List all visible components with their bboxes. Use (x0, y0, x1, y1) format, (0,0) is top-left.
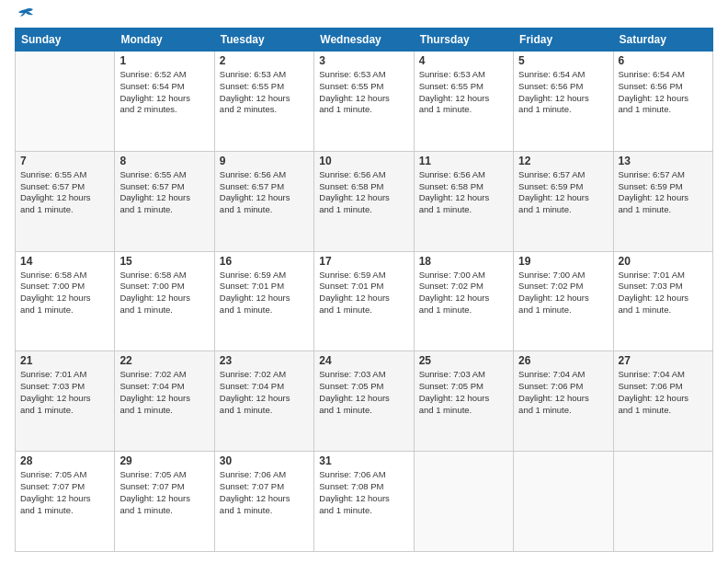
day-number: 4 (419, 54, 508, 67)
day-number: 30 (220, 454, 309, 467)
calendar-week-row: 7Sunrise: 6:55 AM Sunset: 6:57 PM Daylig… (16, 151, 713, 251)
calendar-cell: 2Sunrise: 6:53 AM Sunset: 6:55 PM Daylig… (214, 52, 313, 152)
calendar-cell: 19Sunrise: 7:00 AM Sunset: 7:02 PM Dayli… (514, 251, 613, 351)
calendar-cell: 5Sunrise: 6:54 AM Sunset: 6:56 PM Daylig… (514, 52, 613, 152)
calendar-cell: 6Sunrise: 6:54 AM Sunset: 6:56 PM Daylig… (613, 52, 712, 152)
day-number: 10 (319, 155, 408, 167)
header (15, 11, 713, 20)
calendar-cell: 21Sunrise: 7:01 AM Sunset: 7:03 PM Dayli… (16, 351, 115, 452)
day-info: Sunrise: 6:56 AM Sunset: 6:58 PM Dayligh… (419, 169, 508, 216)
day-number: 11 (419, 155, 508, 167)
day-number: 31 (319, 454, 408, 467)
day-info: Sunrise: 6:55 AM Sunset: 6:57 PM Dayligh… (20, 169, 109, 216)
calendar-cell: 13Sunrise: 6:57 AM Sunset: 6:59 PM Dayli… (613, 151, 712, 251)
day-number: 19 (518, 255, 608, 268)
calendar-cell: 30Sunrise: 7:06 AM Sunset: 7:07 PM Dayli… (214, 452, 313, 552)
day-number: 16 (220, 255, 309, 268)
calendar-week-row: 1Sunrise: 6:52 AM Sunset: 6:54 PM Daylig… (16, 52, 713, 152)
calendar-cell (514, 452, 613, 552)
day-number: 1 (119, 54, 209, 67)
day-info: Sunrise: 6:59 AM Sunset: 7:01 PM Dayligh… (319, 270, 408, 316)
day-info: Sunrise: 7:04 AM Sunset: 7:06 PM Dayligh… (619, 369, 708, 416)
day-info: Sunrise: 7:00 AM Sunset: 7:02 PM Dayligh… (518, 270, 608, 316)
calendar-cell: 1Sunrise: 6:52 AM Sunset: 6:54 PM Daylig… (115, 52, 214, 152)
day-number: 20 (619, 255, 708, 268)
day-info: Sunrise: 6:59 AM Sunset: 7:01 PM Dayligh… (220, 270, 309, 316)
day-info: Sunrise: 7:03 AM Sunset: 7:05 PM Dayligh… (419, 369, 508, 416)
calendar-cell (613, 452, 712, 552)
day-info: Sunrise: 7:02 AM Sunset: 7:04 PM Dayligh… (220, 369, 309, 416)
day-info: Sunrise: 6:53 AM Sunset: 6:55 PM Dayligh… (319, 69, 408, 116)
calendar-cell: 18Sunrise: 7:00 AM Sunset: 7:02 PM Dayli… (414, 251, 513, 351)
calendar-cell: 16Sunrise: 6:59 AM Sunset: 7:01 PM Dayli… (214, 251, 313, 351)
weekday-header-monday: Monday (115, 29, 214, 52)
weekday-header-row: SundayMondayTuesdayWednesdayThursdayFrid… (16, 29, 713, 52)
calendar-cell: 29Sunrise: 7:05 AM Sunset: 7:07 PM Dayli… (115, 452, 214, 552)
day-number: 18 (419, 255, 508, 268)
day-number: 14 (20, 255, 109, 268)
calendar-cell: 27Sunrise: 7:04 AM Sunset: 7:06 PM Dayli… (613, 351, 712, 452)
day-info: Sunrise: 7:05 AM Sunset: 7:07 PM Dayligh… (119, 469, 209, 516)
calendar-cell (16, 52, 115, 152)
day-info: Sunrise: 6:57 AM Sunset: 6:59 PM Dayligh… (619, 169, 708, 216)
calendar-page: SundayMondayTuesdayWednesdayThursdayFrid… (0, 0, 728, 563)
day-info: Sunrise: 6:53 AM Sunset: 6:55 PM Dayligh… (220, 69, 309, 116)
calendar-cell: 12Sunrise: 6:57 AM Sunset: 6:59 PM Dayli… (514, 151, 613, 251)
day-number: 15 (119, 255, 209, 268)
calendar-cell: 15Sunrise: 6:58 AM Sunset: 7:00 PM Dayli… (115, 251, 214, 351)
day-number: 7 (20, 155, 109, 167)
logo-bird-icon (17, 7, 35, 22)
day-number: 13 (619, 155, 708, 167)
calendar-cell: 24Sunrise: 7:03 AM Sunset: 7:05 PM Dayli… (314, 351, 414, 452)
day-info: Sunrise: 7:05 AM Sunset: 7:07 PM Dayligh… (20, 469, 109, 516)
calendar-cell: 14Sunrise: 6:58 AM Sunset: 7:00 PM Dayli… (16, 251, 115, 351)
day-info: Sunrise: 6:52 AM Sunset: 6:54 PM Dayligh… (119, 69, 209, 116)
calendar-cell: 11Sunrise: 6:56 AM Sunset: 6:58 PM Dayli… (414, 151, 513, 251)
calendar-week-row: 21Sunrise: 7:01 AM Sunset: 7:03 PM Dayli… (16, 351, 713, 452)
day-number: 9 (220, 155, 309, 167)
day-number: 12 (518, 155, 608, 167)
day-number: 3 (319, 54, 408, 67)
weekday-header-wednesday: Wednesday (314, 29, 414, 52)
day-number: 22 (119, 354, 209, 367)
day-number: 26 (518, 354, 608, 367)
day-info: Sunrise: 7:00 AM Sunset: 7:02 PM Dayligh… (419, 270, 508, 316)
calendar-cell: 22Sunrise: 7:02 AM Sunset: 7:04 PM Dayli… (115, 351, 214, 452)
day-info: Sunrise: 7:01 AM Sunset: 7:03 PM Dayligh… (20, 369, 109, 416)
calendar-week-row: 14Sunrise: 6:58 AM Sunset: 7:00 PM Dayli… (16, 251, 713, 351)
calendar-cell (414, 452, 513, 552)
calendar-week-row: 28Sunrise: 7:05 AM Sunset: 7:07 PM Dayli… (16, 452, 713, 552)
day-number: 8 (119, 155, 209, 167)
weekday-header-saturday: Saturday (613, 29, 712, 52)
day-info: Sunrise: 6:58 AM Sunset: 7:00 PM Dayligh… (119, 270, 209, 316)
calendar-cell: 17Sunrise: 6:59 AM Sunset: 7:01 PM Dayli… (314, 251, 414, 351)
weekday-header-tuesday: Tuesday (214, 29, 313, 52)
day-info: Sunrise: 6:53 AM Sunset: 6:55 PM Dayligh… (419, 69, 508, 116)
calendar-cell: 9Sunrise: 6:56 AM Sunset: 6:57 PM Daylig… (214, 151, 313, 251)
weekday-header-thursday: Thursday (414, 29, 513, 52)
day-info: Sunrise: 6:54 AM Sunset: 6:56 PM Dayligh… (619, 69, 708, 116)
day-info: Sunrise: 7:06 AM Sunset: 7:08 PM Dayligh… (319, 469, 408, 516)
calendar-cell: 31Sunrise: 7:06 AM Sunset: 7:08 PM Dayli… (314, 452, 414, 552)
calendar-cell: 4Sunrise: 6:53 AM Sunset: 6:55 PM Daylig… (414, 52, 513, 152)
day-number: 21 (20, 354, 109, 367)
day-number: 27 (619, 354, 708, 367)
day-number: 23 (220, 354, 309, 367)
day-number: 24 (319, 354, 408, 367)
day-info: Sunrise: 7:04 AM Sunset: 7:06 PM Dayligh… (518, 369, 608, 416)
day-info: Sunrise: 6:54 AM Sunset: 6:56 PM Dayligh… (518, 69, 608, 116)
calendar-cell: 23Sunrise: 7:02 AM Sunset: 7:04 PM Dayli… (214, 351, 313, 452)
logo (15, 11, 35, 20)
calendar-cell: 28Sunrise: 7:05 AM Sunset: 7:07 PM Dayli… (16, 452, 115, 552)
day-number: 17 (319, 255, 408, 268)
day-number: 28 (20, 454, 109, 467)
weekday-header-friday: Friday (514, 29, 613, 52)
calendar-cell: 7Sunrise: 6:55 AM Sunset: 6:57 PM Daylig… (16, 151, 115, 251)
weekday-header-sunday: Sunday (16, 29, 115, 52)
day-info: Sunrise: 6:56 AM Sunset: 6:57 PM Dayligh… (220, 169, 309, 216)
day-number: 2 (220, 54, 309, 67)
day-info: Sunrise: 6:56 AM Sunset: 6:58 PM Dayligh… (319, 169, 408, 216)
day-number: 25 (419, 354, 508, 367)
day-info: Sunrise: 6:58 AM Sunset: 7:00 PM Dayligh… (20, 270, 109, 316)
day-info: Sunrise: 6:55 AM Sunset: 6:57 PM Dayligh… (119, 169, 209, 216)
